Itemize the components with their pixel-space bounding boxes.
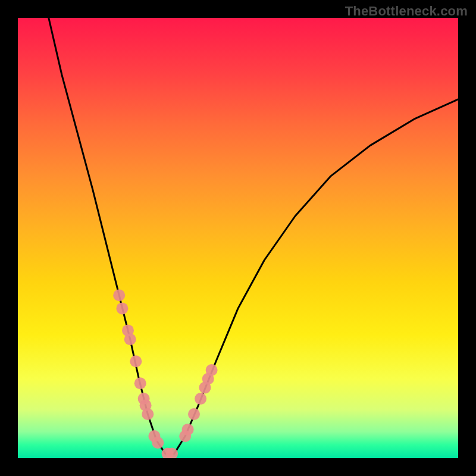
chart-container: TheBottleneck.com xyxy=(0,0,476,476)
highlight-markers xyxy=(113,289,217,458)
svg-point-16 xyxy=(195,393,206,405)
svg-point-19 xyxy=(206,364,218,376)
plot-area xyxy=(18,18,458,458)
svg-point-14 xyxy=(182,424,194,436)
svg-point-5 xyxy=(134,377,146,389)
watermark-text: TheBottleneck.com xyxy=(345,4,468,19)
chart-svg xyxy=(18,18,458,458)
svg-point-8 xyxy=(142,408,154,420)
svg-point-0 xyxy=(113,289,125,301)
curve-line xyxy=(49,18,458,454)
svg-point-15 xyxy=(188,408,200,420)
svg-point-3 xyxy=(124,333,136,345)
svg-point-10 xyxy=(152,437,164,449)
svg-point-1 xyxy=(116,302,128,314)
svg-point-4 xyxy=(130,355,142,367)
